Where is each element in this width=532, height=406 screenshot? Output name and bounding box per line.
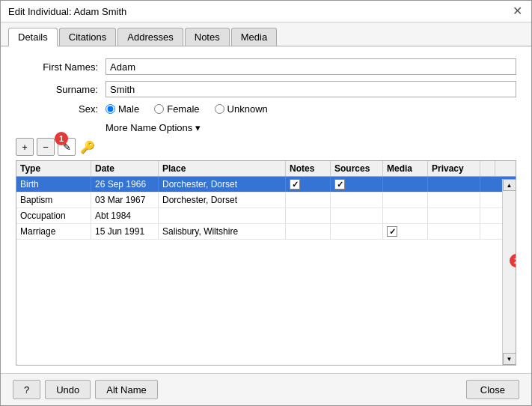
events-toolbar: + − ✎ 1 🔑 [16, 138, 516, 156]
form-section: First Names: Surname: Sex: Male [16, 58, 516, 115]
cell-type: Occupation [16, 208, 91, 223]
tab-bar: Details Citations Addresses Notes Media [1, 22, 531, 46]
cell-privacy [428, 193, 480, 207]
title-bar: Edit Individual: Adam Smith ✕ [1, 1, 531, 22]
cell-place: Salisbury, Wiltshire [159, 224, 286, 239]
cell-privacy [428, 208, 480, 223]
cell-sources [331, 193, 383, 207]
edit-individual-dialog: Edit Individual: Adam Smith ✕ Details Ci… [0, 0, 532, 406]
tab-details[interactable]: Details [8, 28, 58, 46]
table-row[interactable]: OccupationAbt 1984 [16, 208, 516, 224]
name-options-button[interactable]: More Name Options ▾ [106, 122, 201, 133]
cell-date: 15 Jun 1991 [91, 224, 159, 239]
scroll-up-arrow[interactable]: ▲ [503, 179, 516, 191]
help-button[interactable]: ? [13, 380, 40, 399]
cell-privacy [428, 224, 480, 239]
sex-female-label: Female [167, 103, 199, 115]
first-names-row: First Names: [16, 58, 516, 75]
cell-media [383, 208, 428, 223]
cell-date: 26 Sep 1966 [91, 177, 159, 192]
cell-place: Dorchester, Dorset [159, 177, 286, 192]
cell-notes [286, 224, 331, 239]
sex-row: Sex: Male Female Unknown [16, 103, 516, 115]
dialog-close-button[interactable]: ✕ [511, 5, 524, 17]
col-place: Place [159, 161, 286, 176]
name-options-label: More Name Options [106, 122, 192, 133]
cell-sources-checkbox[interactable] [334, 179, 345, 190]
cell-date: Abt 1984 [91, 208, 159, 223]
cell-notes [286, 177, 331, 192]
cell-notes [286, 193, 331, 207]
tab-addresses[interactable]: Addresses [117, 28, 183, 46]
surname-row: Surname: [16, 81, 516, 97]
bottom-bar: ? Undo Alt Name Close [1, 373, 531, 405]
tab-notes[interactable]: Notes [185, 28, 230, 46]
cell-media-checkbox[interactable] [387, 226, 397, 237]
col-notes: Notes [286, 161, 331, 176]
col-scroll-header [480, 161, 495, 176]
cell-type: Marriage [16, 224, 91, 239]
chevron-down-icon: ▾ [195, 122, 201, 133]
sex-male-label: Male [118, 103, 139, 115]
table-row[interactable]: Birth26 Sep 1966Dorchester, Dorset [16, 177, 516, 193]
cell-place: Dorchester, Dorset [159, 193, 286, 207]
events-table: Type Date Place Notes Sources Media Priv… [16, 160, 516, 366]
key-icon: 🔑 [80, 140, 95, 154]
cell-media [383, 193, 428, 207]
col-media: Media [383, 161, 428, 176]
badge-1: 1 [55, 132, 68, 145]
col-type: Type [16, 161, 91, 176]
cell-type: Baptism [16, 193, 91, 207]
table-body: Birth26 Sep 1966Dorchester, DorsetBaptis… [16, 177, 516, 363]
undo-button[interactable]: Undo [45, 380, 91, 399]
sex-radio-group: Male Female Unknown [106, 103, 268, 115]
cell-sources [331, 177, 383, 192]
cell-media [383, 224, 428, 239]
col-privacy: Privacy [428, 161, 480, 176]
first-names-label: First Names: [16, 61, 106, 73]
table-row[interactable]: Baptism03 Mar 1967Dorchester, Dorset [16, 193, 516, 208]
sex-male-radio[interactable] [106, 104, 115, 114]
first-names-input[interactable] [106, 58, 516, 75]
cell-type: Birth [16, 177, 91, 192]
cell-privacy [428, 177, 480, 192]
surname-input[interactable] [106, 81, 516, 97]
cell-notes [286, 208, 331, 223]
table-row[interactable]: Marriage15 Jun 1991Salisbury, Wiltshire [16, 224, 516, 240]
sex-male-option[interactable]: Male [106, 103, 139, 115]
sex-unknown-radio[interactable] [215, 104, 224, 114]
cell-place [159, 208, 286, 223]
sex-female-radio[interactable] [154, 104, 164, 114]
sex-label: Sex: [16, 103, 106, 115]
cell-notes-checkbox[interactable] [290, 179, 300, 190]
scroll-down-arrow[interactable]: ▼ [503, 353, 516, 365]
table-scrollbar[interactable]: ▲ ▼ 2 [502, 179, 516, 365]
sex-unknown-option[interactable]: Unknown [215, 103, 268, 115]
add-event-button[interactable]: + [16, 138, 34, 156]
close-button[interactable]: Close [466, 380, 519, 399]
surname-label: Surname: [16, 84, 106, 95]
tab-media[interactable]: Media [231, 28, 277, 46]
cell-date: 03 Mar 1967 [91, 193, 159, 207]
sex-female-option[interactable]: Female [154, 103, 199, 115]
cell-media [383, 177, 428, 192]
col-sources: Sources [331, 161, 383, 176]
alt-name-button[interactable]: Alt Name [95, 380, 157, 399]
dialog-title: Edit Individual: Adam Smith [8, 6, 126, 17]
tab-citations[interactable]: Citations [59, 28, 117, 46]
badge-2: 2 [510, 254, 516, 267]
col-date: Date [91, 161, 159, 176]
main-content: First Names: Surname: Sex: Male [1, 46, 531, 373]
cell-sources [331, 224, 383, 239]
sex-unknown-label: Unknown [227, 103, 268, 115]
name-options-row: More Name Options ▾ [16, 122, 516, 133]
table-header: Type Date Place Notes Sources Media Priv… [16, 161, 516, 177]
remove-event-button[interactable]: − [37, 138, 55, 156]
cell-sources [331, 208, 383, 223]
